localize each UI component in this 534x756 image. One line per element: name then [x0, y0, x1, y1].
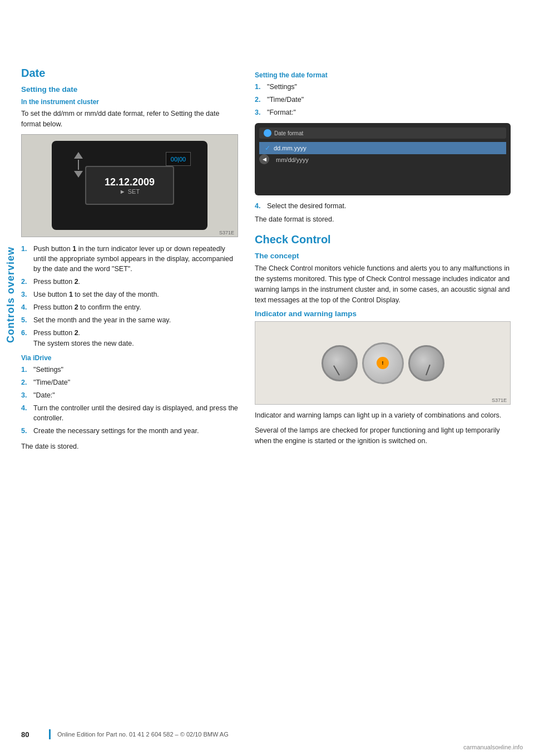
- gauges-container: !: [322, 342, 444, 384]
- steps-idrive: 1. "Settings" 2. "Time/Date" 3. "Date:" …: [21, 365, 238, 436]
- date-format-title: Date format: [274, 130, 303, 136]
- img-caption-right: S371E: [492, 397, 507, 403]
- gauge-center: !: [362, 342, 404, 384]
- main-content: Date Setting the date In the instrument …: [21, 67, 522, 456]
- right-column: Setting the date format 1. "Settings" 2.…: [255, 67, 511, 456]
- footer-bar: [49, 729, 51, 739]
- format-stored-text: The date format is stored.: [255, 214, 511, 225]
- left-column: Date Setting the date In the instrument …: [21, 67, 238, 456]
- format-step-4: 4. Select the desired format.: [255, 201, 511, 211]
- page-container: Controls overview Date Setting the date …: [0, 0, 534, 756]
- concept-text: The Check Control monitors vehicle funct…: [255, 263, 511, 305]
- idrive-step-4: 4. Turn the controller until the desired…: [21, 403, 238, 423]
- gauge-right: [408, 345, 444, 381]
- format-step-3: 3. "Format:": [255, 107, 511, 117]
- watermark: carmanualsонline.info: [463, 744, 523, 750]
- page-number: 80: [21, 730, 49, 739]
- date-format-title-bar: Date format: [259, 127, 506, 139]
- date-option-2: mm/dd/yyyy: [259, 154, 506, 165]
- cluster-set: ► SET: [120, 188, 140, 195]
- step-4: 4. Press button 2 to confirm the entry.: [21, 302, 238, 312]
- watermark-text: carmanualsонline.info: [463, 744, 523, 750]
- step-6: 6. Press button 2.The system stores the …: [21, 328, 238, 348]
- cluster-display: 12.12.2009 ► SET: [85, 166, 174, 205]
- warning-lamps-image: ! S371E: [255, 321, 511, 405]
- steps-format-cont: 4. Select the desired format.: [255, 201, 511, 211]
- date-section-title: Date: [21, 67, 238, 80]
- idrive-step-2: 2. "Time/Date": [21, 377, 238, 387]
- sidebar-label: Controls overview: [0, 100, 21, 490]
- warning-lamp-icon: !: [377, 357, 389, 369]
- via-idrive-subtitle: Via iDrive: [21, 354, 238, 362]
- footer: 80 Online Edition for Part no. 01 41 2 6…: [21, 729, 534, 739]
- date-stored-text: The date is stored.: [21, 441, 238, 452]
- check-control-title: Check Control: [255, 233, 511, 246]
- idrive-step-1: 1. "Settings": [21, 365, 238, 375]
- indicator-warning-subtitle: Indicator and warning lamps: [255, 310, 511, 318]
- set-label: SET: [128, 188, 140, 195]
- format-step-1: 1. "Settings": [255, 82, 511, 92]
- step-5: 5. Set the month and the year in the sam…: [21, 315, 238, 325]
- step-3: 3. Use button 1 to set the day of the mo…: [21, 289, 238, 300]
- setting-date-subtitle: Setting the date: [21, 85, 238, 94]
- step-2: 2. Press button 2.: [21, 277, 238, 287]
- setting-date-format-subtitle: Setting the date format: [255, 71, 511, 79]
- calendar-icon: [264, 129, 271, 137]
- date-option-1: ✓ dd.mm.yyyy: [259, 142, 506, 154]
- set-arrow: ►: [120, 188, 126, 195]
- idrive-section: Via iDrive 1. "Settings" 2. "Time/Date" …: [21, 354, 238, 453]
- arrow-stem: [78, 160, 79, 170]
- checkmark-icon: ✓: [265, 144, 270, 152]
- instrument-cluster-subtitle: In the instrument cluster: [21, 98, 238, 106]
- nav-button: ◀: [259, 154, 269, 164]
- arrow-down-icon: [74, 171, 83, 178]
- steps-format: 1. "Settings" 2. "Time/Date" 3. "Format:…: [255, 82, 511, 117]
- gauge-left: [322, 345, 358, 381]
- date-format-image: Date format ✓ dd.mm.yyyy mm/dd/yyyy ◀: [255, 123, 511, 195]
- indicator-text-1: Indicator and warning lamps can light up…: [255, 410, 511, 421]
- footer-text: Online Edition for Part no. 01 41 2 604 …: [57, 731, 229, 738]
- instrument-cluster-image: 00|00 12.12.2009 ► SET S371E: [21, 134, 238, 237]
- step4-text: Select the desired format.: [267, 201, 346, 211]
- cluster-inner: 00|00 12.12.2009 ► SET: [52, 141, 207, 230]
- img-caption-left: S371E: [219, 230, 234, 235]
- cluster-date: 12.12.2009: [105, 176, 155, 188]
- indicator-text-2: Several of the lamps are checked for pro…: [255, 425, 511, 446]
- small-display: 00|00: [166, 152, 191, 166]
- sidebar-text: Controls overview: [5, 247, 17, 343]
- concept-subtitle: The concept: [255, 252, 511, 260]
- step-1: 1. Push button 1 in the turn indicator l…: [21, 244, 238, 274]
- idrive-step-5: 5. Create the necessary settings for the…: [21, 426, 238, 436]
- format-step-2: 2. "Time/Date": [255, 95, 511, 105]
- steps-cluster: 1. Push button 1 in the turn indicator l…: [21, 244, 238, 348]
- arrow-up-icon: [74, 152, 83, 159]
- idrive-step-3: 3. "Date:": [21, 390, 238, 400]
- cluster-arrows: [74, 152, 83, 178]
- instrument-cluster-desc: To set the dd/mm or mm/dd date format, r…: [21, 109, 238, 130]
